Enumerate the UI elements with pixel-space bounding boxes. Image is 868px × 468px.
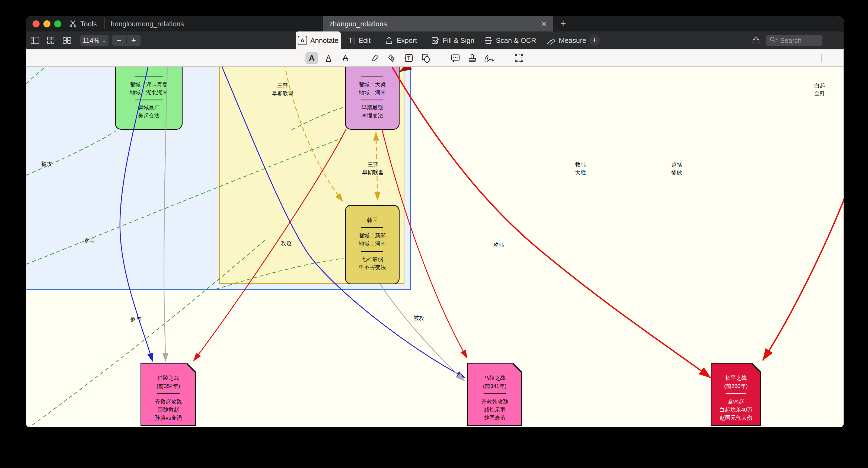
node-row: 齐救韩攻魏 xyxy=(481,398,508,406)
node-row: 白起坑杀40万 xyxy=(719,406,752,414)
node-divider xyxy=(484,394,506,394)
fullscreen-window-button[interactable] xyxy=(54,20,61,27)
selection-icon[interactable] xyxy=(513,52,525,64)
node-han: 韩国 都城：新郑 地域：河南 七雄最弱 申不害变法 xyxy=(345,205,400,284)
edge-label-gongzhao: 攻赵 xyxy=(281,239,292,247)
search-input[interactable]: Search xyxy=(766,35,823,46)
close-window-button[interactable] xyxy=(33,20,40,27)
text-style-button[interactable]: A xyxy=(305,52,318,64)
signature-icon[interactable] xyxy=(483,52,495,64)
node-changping-battle: 长平之战 (前260年) 秦vs赵 白起坑杀40万 赵国元气大伤 xyxy=(711,363,761,426)
node-chu: 都城：郢→寿春 地域：湖北湖南 疆域最广 吴起变法 xyxy=(115,67,183,130)
zoom-in-button[interactable]: + xyxy=(127,35,141,46)
node-guiling-battle: 桂陵之战 (前354年) 齐救赵攻魏 围魏救赵 孙膑vs庞涓 xyxy=(141,363,196,426)
note-icon[interactable] xyxy=(449,52,462,64)
tab-measure[interactable]: Measure xyxy=(547,31,586,50)
node-wei: 都城：大梁 地域：河南 早期最强 李悝变法 xyxy=(345,67,400,130)
node-row: 减灶示弱 xyxy=(484,406,506,414)
highlighter-icon[interactable] xyxy=(369,52,382,64)
node-row: 地域：河南 xyxy=(359,89,386,97)
fill-sign-icon xyxy=(431,36,439,45)
tab-label: zhanguo_relations xyxy=(329,20,387,28)
two-pages-view-button[interactable] xyxy=(62,35,72,45)
close-tab-icon[interactable]: ✕ xyxy=(539,19,549,29)
main-toolbar: 114% ⌄ − + A Annotate T| Edit Export xyxy=(26,31,844,50)
fill-sign-label: Fill & Sign xyxy=(443,36,474,45)
edit-label: Edit xyxy=(359,36,371,45)
node-title: 马陵之战 xyxy=(484,374,506,382)
new-tab-button[interactable]: + xyxy=(557,18,569,30)
tab-fill-sign[interactable]: Fill & Sign xyxy=(431,31,474,50)
tab-edit[interactable]: T| Edit xyxy=(348,31,371,50)
underline-button[interactable]: A xyxy=(322,52,335,64)
node-title: 韩国 xyxy=(367,216,378,224)
annotate-toolbar: A A A T xyxy=(26,50,844,67)
tools-label: Tools xyxy=(80,20,97,28)
node-divider xyxy=(361,100,383,100)
tab-export[interactable]: Export xyxy=(384,31,417,50)
tab-hongloumeng[interactable]: hongloumeng_relations xyxy=(106,16,328,31)
node-divider xyxy=(135,100,162,100)
node-divider xyxy=(157,394,180,394)
node-row: 申不害变法 xyxy=(359,263,386,271)
node-year: (前341年) xyxy=(483,382,507,390)
node-row: 早期最强 xyxy=(362,103,383,112)
thumbnail-grid-button[interactable] xyxy=(45,35,56,45)
annotate-icon: A xyxy=(298,36,307,45)
node-divider xyxy=(361,76,383,77)
search-icon xyxy=(769,36,778,45)
node-row: 吴起变法 xyxy=(138,112,160,120)
zoom-out-button[interactable]: − xyxy=(112,35,126,46)
zoom-level-select[interactable]: 114% ⌄ xyxy=(80,35,108,46)
scan-ocr-icon xyxy=(484,36,493,45)
stamp-icon[interactable] xyxy=(466,52,478,64)
zoom-level-value: 114% xyxy=(83,37,99,44)
preview-window: Tools hongloumeng_relations zhanguo_rela… xyxy=(26,16,844,427)
zoom-stepper: − + xyxy=(112,35,141,46)
tools-menu-button[interactable]: Tools xyxy=(69,16,97,31)
export-icon xyxy=(384,36,393,45)
node-row: 都城：大梁 xyxy=(359,80,386,89)
shapes-icon[interactable] xyxy=(420,52,432,64)
tab-annotate[interactable]: A Annotate xyxy=(296,31,341,50)
eraser-icon[interactable] xyxy=(386,52,398,64)
node-row: 齐救赵攻魏 xyxy=(155,398,182,406)
sidebar-toggle-button[interactable] xyxy=(30,35,40,45)
note-fold-corner xyxy=(187,363,196,372)
tab-zhanguo[interactable]: zhanguo_relations ✕ xyxy=(323,16,553,31)
add-mode-button[interactable]: + xyxy=(589,35,600,46)
toolbar-grip xyxy=(822,54,822,62)
share-button[interactable] xyxy=(751,35,761,45)
tab-bar: Tools hongloumeng_relations zhanguo_rela… xyxy=(26,16,844,31)
node-year: (前260年) xyxy=(724,382,748,390)
node-row: 七雄最弱 xyxy=(362,255,383,263)
measure-icon xyxy=(547,36,556,45)
chevron-down-icon: ⌄ xyxy=(102,37,106,44)
edit-text-icon: T| xyxy=(348,36,355,45)
node-row: 魏国衰落 xyxy=(484,414,506,422)
node-row: 赵国元气大伤 xyxy=(720,414,752,422)
node-divider xyxy=(361,251,383,252)
edge-label-baiqi: 白起 全歼 xyxy=(814,82,825,97)
strikethrough-button[interactable]: A xyxy=(339,52,351,64)
measure-label: Measure xyxy=(559,36,586,45)
minimize-window-button[interactable] xyxy=(43,20,51,27)
note-fold-corner xyxy=(513,363,522,372)
node-maling-battle: 马陵之战 (前341年) 齐救韩攻魏 减灶示弱 魏国衰落 xyxy=(467,363,522,426)
node-divider xyxy=(361,227,383,228)
edge-red-thick xyxy=(390,67,844,378)
edge-label-canyu-bottom: 参与 xyxy=(130,315,141,323)
document-canvas: 都城：郢→寿春 地域：湖北湖南 疆域最广 吴起变法 都城：大梁 地域：河南 早期… xyxy=(26,67,844,427)
node-row: 地域：湖北湖南 xyxy=(130,89,168,97)
annotate-label: Annotate xyxy=(310,36,339,45)
edge-label-jiuhan: 救韩 大胜 xyxy=(575,161,586,177)
edge-label-sanjin-1: 三晋 早期联盟 xyxy=(272,82,293,98)
note-fold-corner xyxy=(752,363,761,372)
node-title: 长平之战 xyxy=(725,374,747,382)
text-box-icon[interactable]: T xyxy=(403,52,415,64)
scan-ocr-label: Scan & OCR xyxy=(496,36,536,45)
node-row: 都城：郢→寿春 xyxy=(130,80,168,89)
tab-scan-ocr[interactable]: Scan & OCR xyxy=(484,31,536,50)
node-row: 地域：河南 xyxy=(359,240,386,248)
node-row: 秦vs赵 xyxy=(728,398,744,406)
